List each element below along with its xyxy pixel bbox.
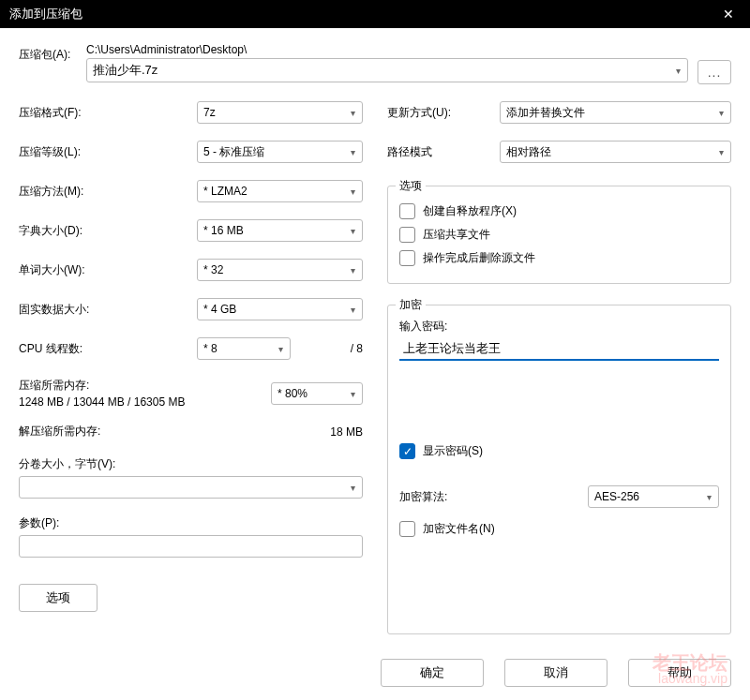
chevron-down-icon: ▾ [351, 147, 355, 157]
mem-decompress-label: 解压缩所需内存: [19, 424, 100, 439]
ellipsis-icon: ... [708, 65, 722, 80]
level-label: 压缩等级(L): [19, 144, 197, 160]
columns: 压缩格式(F): 7z▾ 压缩等级(L): 5 - 标准压缩▾ 压缩方法(M):… [19, 101, 731, 649]
chevron-down-icon: ▾ [351, 226, 355, 236]
encrypt-names-row[interactable]: 加密文件名(N) [399, 521, 719, 537]
solid-row: 固实数据大小: * 4 GB▾ [19, 298, 363, 320]
shared-checkbox[interactable] [399, 227, 415, 243]
ok-button[interactable]: 确定 [381, 659, 484, 687]
method-row: 压缩方法(M): * LZMA2▾ [19, 180, 363, 202]
show-password-label: 显示密码(S) [423, 443, 483, 459]
update-combo[interactable]: 添加并替换文件▾ [500, 101, 731, 124]
sfx-check-row[interactable]: 创建自释放程序(X) [399, 203, 719, 219]
mem-decompress-value: 18 MB [330, 425, 363, 439]
chevron-down-icon: ▾ [351, 483, 355, 493]
format-combo[interactable]: 7z▾ [197, 101, 363, 124]
level-row: 压缩等级(L): 5 - 标准压缩▾ [19, 141, 363, 163]
enc-algo-combo[interactable]: AES-256▾ [588, 485, 719, 508]
show-password-row[interactable]: ✓ 显示密码(S) [399, 443, 719, 459]
method-label: 压缩方法(M): [19, 184, 197, 200]
solid-combo[interactable]: * 4 GB▾ [197, 298, 363, 320]
threads-row: CPU 线程数: * 8▾ / 8 [19, 337, 363, 360]
shared-check-label: 压缩共享文件 [423, 227, 490, 243]
chevron-down-icon: ▾ [719, 108, 724, 118]
chevron-down-icon: ▾ [676, 66, 681, 76]
options-legend: 选项 [396, 178, 426, 194]
threads-combo[interactable]: * 8▾ [197, 337, 291, 360]
password-label: 输入密码: [399, 319, 719, 335]
encrypt-names-checkbox[interactable] [399, 521, 415, 537]
dict-row: 字典大小(D): * 16 MB▾ [19, 219, 363, 242]
options-fieldset: 选项 创建自释放程序(X) 压缩共享文件 操作完成后删除源文件 [387, 186, 731, 284]
update-label: 更新方式(U): [387, 105, 500, 121]
pathmode-label: 路径模式 [387, 144, 500, 160]
check-icon: ✓ [403, 445, 412, 458]
archive-filename-combo[interactable]: 推油少年.7z ▾ [86, 58, 688, 82]
chevron-down-icon: ▾ [351, 186, 355, 197]
params-label: 参数(P): [19, 515, 363, 531]
close-icon: ✕ [723, 7, 734, 22]
chevron-down-icon: ▾ [719, 147, 724, 157]
browse-button[interactable]: ... [698, 60, 731, 84]
chevron-down-icon: ▾ [707, 492, 712, 502]
cancel-button[interactable]: 取消 [504, 659, 608, 687]
delete-checkbox[interactable] [399, 250, 415, 266]
show-password-checkbox[interactable]: ✓ [399, 443, 415, 459]
chevron-down-icon: ▾ [351, 265, 355, 276]
level-combo[interactable]: 5 - 标准压缩▾ [197, 141, 363, 163]
word-label: 单词大小(W): [19, 262, 197, 278]
chevron-down-icon: ▾ [351, 108, 355, 118]
format-label: 压缩格式(F): [19, 105, 197, 121]
right-column: 更新方式(U): 添加并替换文件▾ 路径模式 相对路径▾ 选项 [387, 101, 731, 649]
encryption-fieldset: 加密 输入密码: ✓ 显示密码(S) 加密算法: AES-256▾ [387, 305, 731, 634]
mem-decompress-row: 解压缩所需内存: 18 MB [19, 424, 363, 439]
pathmode-row: 路径模式 相对路径▾ [387, 141, 731, 163]
chevron-down-icon: ▾ [351, 389, 355, 399]
chevron-down-icon: ▾ [278, 344, 283, 354]
mem-compress-combo[interactable]: * 80%▾ [271, 382, 363, 405]
chevron-down-icon: ▾ [351, 305, 355, 315]
delete-check-row[interactable]: 操作完成后删除源文件 [399, 250, 719, 266]
update-row: 更新方式(U): 添加并替换文件▾ [387, 101, 731, 124]
archive-path-text: C:\Users\Administrator\Desktop\ [86, 43, 688, 56]
window-title: 添加到压缩包 [9, 6, 707, 22]
archive-row: 压缩包(A): C:\Users\Administrator\Desktop\ … [19, 43, 731, 84]
word-combo[interactable]: * 32▾ [197, 259, 363, 281]
dialog-window: 添加到压缩包 ✕ 压缩包(A): C:\Users\Administrator\… [0, 0, 750, 700]
close-button[interactable]: ✕ [707, 0, 750, 28]
encrypt-names-label: 加密文件名(N) [423, 521, 495, 537]
footer: 老王论坛 laowang.vip 确定 取消 帮助 [19, 649, 731, 687]
pathmode-combo[interactable]: 相对路径▾ [500, 141, 731, 163]
params-input[interactable] [19, 535, 363, 558]
method-combo[interactable]: * LZMA2▾ [197, 180, 363, 202]
enc-algo-row: 加密算法: AES-256▾ [399, 485, 719, 508]
dict-combo[interactable]: * 16 MB▾ [197, 219, 363, 242]
help-button[interactable]: 帮助 [628, 659, 731, 687]
options-button[interactable]: 选项 [19, 584, 98, 612]
dict-label: 字典大小(D): [19, 223, 197, 239]
word-row: 单词大小(W): * 32▾ [19, 259, 363, 281]
solid-label: 固实数据大小: [19, 302, 197, 318]
archive-path-column: C:\Users\Administrator\Desktop\ 推油少年.7z … [86, 43, 688, 82]
threads-max: / 8 [298, 342, 363, 355]
archive-label: 压缩包(A): [19, 43, 86, 63]
encryption-legend: 加密 [396, 297, 426, 313]
threads-label: CPU 线程数: [19, 341, 197, 357]
sfx-checkbox[interactable] [399, 203, 415, 219]
password-input[interactable] [399, 338, 719, 361]
format-row: 压缩格式(F): 7z▾ [19, 101, 363, 124]
shared-check-row[interactable]: 压缩共享文件 [399, 227, 719, 243]
volume-label: 分卷大小，字节(V): [19, 456, 363, 472]
left-column: 压缩格式(F): 7z▾ 压缩等级(L): 5 - 标准压缩▾ 压缩方法(M):… [19, 101, 363, 649]
sfx-check-label: 创建自释放程序(X) [423, 203, 517, 219]
mem-compress-label: 压缩所需内存: 1248 MB / 13044 MB / 16305 MB [19, 377, 271, 410]
delete-check-label: 操作完成后删除源文件 [423, 250, 535, 266]
mem-compress-row: 压缩所需内存: 1248 MB / 13044 MB / 16305 MB * … [19, 377, 363, 410]
archive-filename-value: 推油少年.7z [93, 62, 158, 79]
enc-algo-label: 加密算法: [399, 489, 578, 505]
content-area: 压缩包(A): C:\Users\Administrator\Desktop\ … [0, 28, 750, 700]
volume-combo[interactable]: ▾ [19, 476, 363, 499]
titlebar: 添加到压缩包 ✕ [0, 0, 750, 28]
